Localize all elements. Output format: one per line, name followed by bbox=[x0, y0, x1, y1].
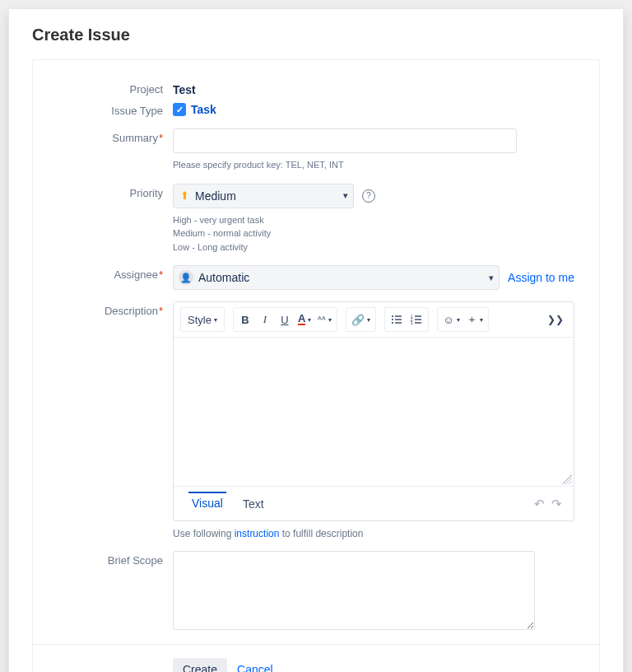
svg-rect-7 bbox=[415, 315, 421, 316]
label-priority: Priority bbox=[41, 184, 173, 254]
task-icon: ✓ bbox=[173, 103, 186, 116]
editor-style-button[interactable]: Style▾ bbox=[183, 310, 222, 329]
priority-hint-high: High - very urgent task bbox=[173, 213, 574, 227]
svg-rect-5 bbox=[395, 322, 402, 323]
tab-visual[interactable]: Visual bbox=[188, 492, 226, 515]
svg-rect-3 bbox=[395, 319, 402, 320]
insert-button[interactable]: ＋▾ bbox=[463, 310, 486, 329]
tab-text[interactable]: Text bbox=[239, 492, 267, 516]
row-brief-scope: Brief Scope bbox=[41, 551, 574, 632]
link-button[interactable]: 🔗▾ bbox=[348, 310, 374, 329]
user-icon: 👤 bbox=[179, 270, 193, 285]
editor-body[interactable] bbox=[174, 338, 574, 486]
chevron-down-icon: ▾ bbox=[489, 273, 494, 283]
italic-button[interactable]: I bbox=[255, 310, 275, 329]
summary-hint: Please specify product key: TEL, NET, IN… bbox=[173, 158, 574, 172]
text-color-button[interactable]: A▾ bbox=[295, 310, 314, 329]
instruction-link[interactable]: instruction bbox=[235, 528, 280, 539]
priority-medium-icon: ⬆ bbox=[179, 190, 190, 202]
project-value: Test bbox=[173, 80, 574, 96]
priority-hints: High - very urgent task Medium - normal … bbox=[173, 213, 574, 254]
priority-hint-low: Low - Long activity bbox=[173, 240, 574, 254]
editor-toolbar: Style▾ B I U A▾ ᴬᴬ▾ 🔗▾ bbox=[174, 302, 574, 338]
underline-button[interactable]: U bbox=[275, 310, 295, 329]
desc-hint-pre: Use following bbox=[173, 528, 235, 539]
svg-text:3: 3 bbox=[411, 321, 413, 325]
row-priority: Priority ⬆ Medium ▾ ? bbox=[41, 184, 574, 254]
svg-rect-9 bbox=[415, 319, 421, 320]
priority-value: Medium bbox=[195, 189, 236, 203]
svg-point-2 bbox=[392, 319, 393, 320]
svg-rect-11 bbox=[415, 322, 421, 323]
label-assignee: Assignee bbox=[41, 265, 173, 290]
page-title: Create Issue bbox=[32, 26, 600, 44]
rich-text-editor: Style▾ B I U A▾ ᴬᴬ▾ 🔗▾ bbox=[173, 301, 574, 521]
row-summary: Summary Please specify product key: TEL,… bbox=[41, 128, 574, 172]
label-brief-scope: Brief Scope bbox=[41, 551, 173, 632]
assignee-value: Automatic bbox=[198, 271, 249, 284]
desc-hint-post: to fulfill description bbox=[279, 528, 363, 539]
cancel-button[interactable]: Cancel bbox=[237, 663, 273, 672]
label-issue-type: Issue Type bbox=[41, 101, 173, 117]
row-assignee: Assignee 👤 Automatic ▾ Assign to me bbox=[41, 265, 574, 290]
help-icon[interactable]: ? bbox=[362, 189, 375, 203]
assignee-select[interactable]: 👤 Automatic ▾ bbox=[173, 265, 500, 290]
number-list-button[interactable]: 123 bbox=[407, 310, 426, 329]
issue-type-text: Task bbox=[191, 103, 216, 116]
priority-hint-medium: Medium - normal activity bbox=[173, 226, 574, 240]
chevron-down-icon: ▾ bbox=[343, 190, 348, 201]
create-issue-panel: Create Issue Project Test Issue Type ✓ T… bbox=[8, 8, 624, 672]
priority-select[interactable]: ⬆ Medium ▾ bbox=[173, 184, 354, 208]
label-description: Description bbox=[41, 301, 173, 539]
description-hint: Use following instruction to fulfill des… bbox=[173, 528, 574, 539]
label-project: Project bbox=[41, 80, 173, 96]
bold-button[interactable]: B bbox=[235, 310, 255, 329]
more-text-button[interactable]: ᴬᴬ▾ bbox=[314, 310, 335, 329]
label-summary: Summary bbox=[41, 128, 173, 172]
resize-handle[interactable] bbox=[562, 474, 572, 484]
brief-scope-textarea[interactable] bbox=[173, 551, 535, 630]
collapse-toolbar-icon[interactable]: ❯❯ bbox=[544, 314, 567, 325]
bullet-list-button[interactable] bbox=[387, 310, 407, 329]
row-description: Description Style▾ B I U A▾ bbox=[41, 301, 574, 539]
editor-mode-tabs: Visual Text ↶ ↷ bbox=[174, 486, 574, 520]
editor-style-label: Style bbox=[188, 314, 211, 326]
form-card: Project Test Issue Type ✓ Task Summary P… bbox=[32, 59, 600, 672]
summary-input[interactable] bbox=[173, 128, 517, 153]
emoji-button[interactable]: ☺▾ bbox=[439, 310, 462, 329]
assign-to-me-link[interactable]: Assign to me bbox=[508, 271, 574, 284]
create-button[interactable]: Create bbox=[173, 658, 227, 672]
svg-rect-1 bbox=[395, 315, 402, 316]
redo-button[interactable]: ↷ bbox=[548, 497, 565, 511]
undo-button[interactable]: ↶ bbox=[531, 497, 548, 511]
row-project: Project Test bbox=[41, 80, 574, 96]
row-issue-type: Issue Type ✓ Task bbox=[41, 101, 574, 117]
svg-point-0 bbox=[392, 315, 393, 317]
issue-type-value: ✓ Task bbox=[173, 101, 574, 116]
form-footer: Create Cancel bbox=[41, 645, 574, 672]
svg-point-4 bbox=[392, 322, 393, 324]
